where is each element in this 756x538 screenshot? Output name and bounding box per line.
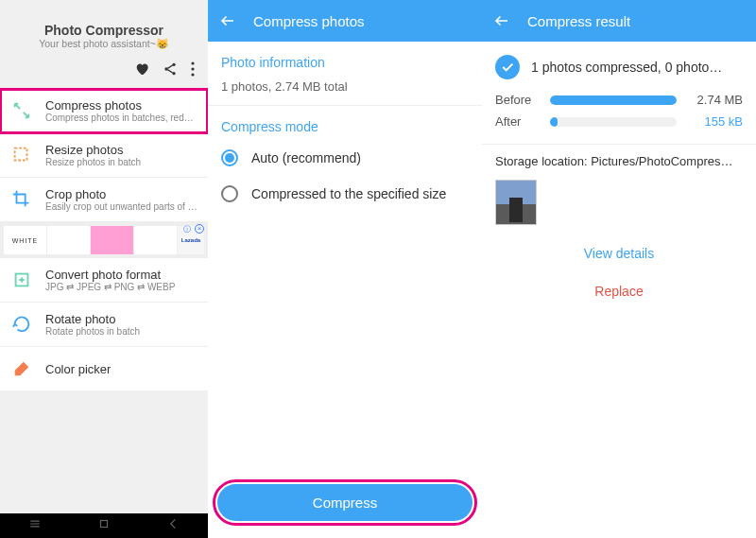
item-sub: Compress photos in batches, reduce p…: [45, 113, 198, 123]
home-actions: [0, 58, 208, 89]
before-label: Before: [495, 93, 541, 107]
radio-checked-icon: [221, 149, 238, 166]
share-icon[interactable]: [163, 61, 178, 79]
svg-point-3: [191, 61, 194, 64]
resize-icon: [9, 143, 34, 167]
back-icon[interactable]: [219, 12, 236, 29]
svg-rect-6: [15, 148, 27, 161]
item-color-picker[interactable]: Color picker: [0, 347, 208, 390]
back-icon[interactable]: [493, 12, 510, 29]
storage-location: Storage location: Pictures/PhotoCompres…: [482, 144, 756, 174]
more-icon[interactable]: [191, 61, 195, 79]
result-thumbnail[interactable]: [495, 180, 537, 225]
ad-cell: [91, 226, 133, 254]
ad-close-icon[interactable]: ×: [195, 224, 204, 234]
ad-cell: [134, 226, 177, 254]
app-title: Photo Compressor: [8, 23, 200, 38]
svg-rect-8: [100, 521, 107, 528]
appbar-title: Compress result: [527, 13, 630, 29]
item-resize-photos[interactable]: Resize photos Resize photos in batch: [0, 133, 208, 178]
item-sub: Resize photos in batch: [45, 157, 141, 167]
item-title: Convert photo format: [45, 268, 175, 282]
picker-icon: [9, 356, 34, 381]
item-crop-photo[interactable]: Crop photo Easily crop out unwanted part…: [0, 178, 208, 222]
screen-home: Photo Compressor Your best photo assista…: [0, 0, 208, 538]
mode-auto-label: Auto (recommend): [251, 150, 361, 165]
nav-recent-icon[interactable]: [28, 517, 42, 534]
screen-compress-result: Compress result 1 photos compressed, 0 p…: [482, 0, 756, 538]
item-title: Compress photos: [45, 98, 198, 113]
item-sub: Easily crop out unwanted parts of the…: [45, 201, 198, 212]
svg-point-4: [191, 67, 194, 70]
heart-icon[interactable]: [134, 61, 149, 79]
size-bars: Before 2.74 MB After 155 kB: [482, 89, 756, 144]
appbar: Compress photos: [208, 0, 482, 42]
ad-cell: WHITE: [4, 226, 46, 254]
result-summary-row: 1 photos compressed, 0 photo…: [482, 42, 756, 89]
after-label: After: [495, 114, 541, 129]
item-title: Rotate photo: [45, 312, 140, 326]
before-bar: [550, 95, 677, 105]
after-bar: [550, 117, 677, 127]
ad-banner[interactable]: WHITE Lazada ⓘ ×: [0, 222, 208, 258]
radio-unchecked-icon: [221, 185, 238, 202]
check-icon: [495, 55, 520, 79]
section-photo-info: Photo information: [208, 42, 482, 76]
item-sub: JPG ⇄ JPEG ⇄ PNG ⇄ WEBP: [45, 282, 175, 292]
compress-button[interactable]: Compress: [217, 484, 472, 521]
home-header: Photo Compressor Your best photo assista…: [0, 0, 208, 58]
appbar-title: Compress photos: [253, 13, 365, 29]
item-sub: Rotate photos in batch: [45, 326, 140, 337]
photo-info-line: 1 photos, 2.74 MB total: [208, 76, 482, 106]
cat-emoji: 😸: [156, 38, 169, 49]
result-summary-text: 1 photos compressed, 0 photo…: [531, 60, 722, 75]
item-title: Resize photos: [45, 143, 141, 157]
android-navbar: [0, 513, 208, 538]
mode-specified-size[interactable]: Compressed to the specified size: [208, 176, 482, 212]
crop-icon: [9, 187, 34, 212]
after-row: After 155 kB: [495, 111, 743, 132]
compress-icon: [9, 98, 34, 123]
feature-list-2: Convert photo format JPG ⇄ JPEG ⇄ PNG ⇄ …: [0, 258, 208, 390]
app-subtitle: Your best photo assistant~😸: [8, 38, 200, 50]
svg-point-5: [191, 73, 194, 76]
view-details-link[interactable]: View details: [482, 234, 756, 272]
item-title: Color picker: [45, 362, 111, 376]
mode-size-label: Compressed to the specified size: [251, 186, 446, 201]
nav-back-icon[interactable]: [166, 517, 180, 534]
item-rotate-photo[interactable]: Rotate photo Rotate photos in batch: [0, 303, 208, 347]
convert-icon: [9, 268, 34, 292]
ad-cell: [47, 226, 90, 254]
feature-list: Compress photos Compress photos in batch…: [0, 89, 208, 222]
mode-auto[interactable]: Auto (recommend): [208, 140, 482, 176]
before-row: Before 2.74 MB: [495, 89, 743, 111]
replace-link[interactable]: Replace: [482, 272, 756, 310]
nav-home-icon[interactable]: [97, 517, 111, 534]
before-value: 2.74 MB: [686, 93, 743, 107]
appbar: Compress result: [482, 0, 756, 42]
rotate-icon: [9, 312, 34, 337]
section-compress-mode: Compress mode: [208, 106, 482, 140]
ad-info-icon[interactable]: ⓘ: [183, 224, 191, 234]
after-value: 155 kB: [686, 114, 743, 129]
item-convert-format[interactable]: Convert photo format JPG ⇄ JPEG ⇄ PNG ⇄ …: [0, 258, 208, 303]
item-title: Crop photo: [45, 187, 198, 201]
item-compress-photos[interactable]: Compress photos Compress photos in batch…: [0, 89, 208, 133]
screen-compress-settings: Compress photos Photo information 1 phot…: [208, 0, 482, 538]
